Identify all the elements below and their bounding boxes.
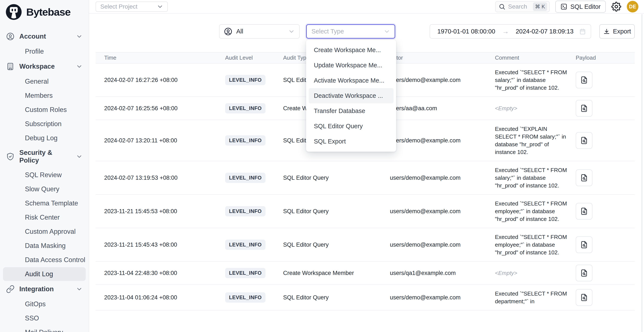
logo-text: Bytebase (26, 6, 70, 18)
user-circle-icon (6, 32, 14, 41)
download-icon (603, 28, 610, 35)
cell-comment: Executed `"SELECT * FROM salary;"` in da… (495, 161, 576, 194)
table-row: 2023-11-21 15:45:53 +08:00 LEVEL_INFO SQ… (96, 195, 635, 228)
select-project-dropdown[interactable]: Select Project (96, 1, 168, 12)
user-circle-icon (224, 27, 232, 36)
actor-filter-value: All (236, 28, 284, 35)
calendar-icon (579, 28, 586, 35)
chevron-down-icon (288, 28, 295, 35)
payload-view-button[interactable] (576, 265, 592, 281)
column-header-comment: Comment (495, 54, 576, 61)
cell-audit-type: SQL Editor Query (283, 174, 390, 181)
file-search-icon (580, 207, 588, 215)
sql-editor-button[interactable]: SQL Editor (555, 1, 606, 13)
sidebar-item-audit-log[interactable]: Audit Log (3, 267, 86, 281)
level-badge: LEVEL_INFO (225, 75, 266, 85)
cell-audit-level: LEVEL_INFO (225, 103, 283, 114)
chevron-down-icon (76, 153, 83, 160)
sidebar-item-gitops[interactable]: GitOps (3, 297, 86, 311)
sidebar-item-custom-approval[interactable]: Custom Approval (3, 225, 86, 238)
table-row: 2024-02-07 13:19:53 +08:00 LEVEL_INFO SQ… (96, 161, 635, 195)
type-menu-item-activate-workspace-me[interactable]: Activate Workspace Me... (309, 73, 394, 88)
cell-actor: users/demo@example.com (390, 208, 495, 215)
payload-view-button[interactable] (576, 203, 592, 220)
sidebar-item-profile[interactable]: Profile (3, 45, 86, 58)
scrollbar[interactable] (642, 14, 642, 332)
level-badge: LEVEL_INFO (225, 173, 266, 183)
cell-comment: Executed `"SELECT * FROM salary;"` in da… (495, 63, 576, 97)
sidebar-item-data-access-control[interactable]: Data Access Control (3, 253, 86, 267)
cell-audit-level: LEVEL_INFO (225, 75, 283, 85)
cell-time: 2023-11-04 22:48:30 +08:00 (104, 270, 225, 276)
payload-view-button[interactable] (576, 236, 592, 253)
date-range-picker[interactable]: 1970-01-01 08:00:00 → 2024-02-07 18:09:1… (430, 24, 591, 39)
gear-icon[interactable] (611, 2, 621, 11)
cell-payload (576, 233, 635, 256)
cell-time: 2023-11-21 15:45:43 +08:00 (104, 241, 225, 248)
type-menu-item-deactivate-workspace[interactable]: Deactivate Workspace ... (309, 88, 394, 103)
sql-editor-label: SQL Editor (570, 3, 600, 10)
payload-view-button[interactable] (576, 289, 592, 306)
column-header-audit-level: Audit Level (225, 54, 283, 61)
sidebar-item-custom-roles[interactable]: Custom Roles (3, 103, 86, 117)
file-search-icon (580, 173, 588, 182)
type-menu-item-transfer-database[interactable]: Transfer Database (309, 103, 394, 119)
export-button[interactable]: Export (599, 24, 635, 39)
type-menu-item-sql-export[interactable]: SQL Export (309, 134, 394, 149)
sidebar-item-general[interactable]: General (3, 75, 86, 88)
bytebase-logo[interactable]: Bytebase (0, 0, 89, 23)
cell-payload (576, 166, 635, 189)
type-filter-dropdown[interactable]: Select Type (306, 24, 395, 39)
column-header-time: Time (104, 54, 225, 61)
level-badge: LEVEL_INFO (225, 103, 266, 114)
sidebar-item-sql-review[interactable]: SQL Review (3, 168, 86, 182)
cell-time: 2023-11-21 15:45:53 +08:00 (104, 208, 225, 215)
sidebar-item-mail-delivery[interactable]: Mail Delivery (3, 326, 86, 332)
building-icon (6, 62, 14, 71)
payload-view-button[interactable] (576, 72, 592, 88)
file-search-icon (580, 293, 588, 302)
cell-actor: users/aa@aa.com (390, 105, 495, 112)
cell-audit-type: SQL Editor Query (283, 294, 390, 301)
sidebar-item-schema-template[interactable]: Schema Template (3, 196, 86, 210)
sidebar-group-security-policy[interactable]: Security & Policy (3, 146, 86, 168)
sidebar-item-subscription[interactable]: Subscription (3, 117, 86, 131)
sidebar-item-sso[interactable]: SSO (3, 312, 86, 325)
sidebar-item-data-masking[interactable]: Data Masking (3, 239, 86, 253)
search-input[interactable]: Search ⌘ K (495, 1, 550, 12)
type-menu-item-update-workspace-me[interactable]: Update Workspace Me... (309, 58, 394, 73)
cell-audit-level: LEVEL_INFO (225, 173, 283, 183)
cell-actor: users/demo@example.com (390, 174, 495, 181)
cell-time: 2024-02-07 13:20:11 +08:00 (104, 137, 225, 144)
payload-view-button[interactable] (576, 169, 592, 186)
sidebar-item-members[interactable]: Members (3, 89, 86, 103)
export-label: Export (613, 28, 631, 35)
sidebar-group-integration[interactable]: Integration (3, 281, 86, 297)
bytebase-logo-icon (5, 3, 22, 20)
cell-payload (576, 97, 635, 120)
user-avatar[interactable]: DE (627, 1, 638, 12)
bytebase-app: Bytebase Account Profile Workspace Gener… (0, 0, 644, 332)
table-row: 2023-11-21 15:45:43 +08:00 LEVEL_INFO SQ… (96, 228, 635, 262)
sidebar-item-slow-query[interactable]: Slow Query (3, 182, 86, 196)
cell-time: 2024-02-07 16:27:26 +08:00 (104, 77, 225, 83)
level-badge: LEVEL_INFO (225, 268, 266, 278)
cell-actor: users/demo@example.com (390, 294, 495, 301)
payload-view-button[interactable] (576, 100, 592, 117)
actor-filter-dropdown[interactable]: All (219, 24, 300, 39)
type-menu-item-sql-editor-query[interactable]: SQL Editor Query (309, 119, 394, 134)
sidebar-item-risk-center[interactable]: Risk Center (3, 211, 86, 224)
table-row: 2023-11-04 01:06:24 +08:00 LEVEL_INFO SQ… (96, 285, 635, 311)
chevron-down-icon (76, 63, 83, 70)
level-badge: LEVEL_INFO (225, 135, 266, 146)
file-search-icon (580, 76, 588, 84)
type-menu-item-create-workspace-me[interactable]: Create Workspace Me... (309, 42, 394, 58)
sidebar-group-account[interactable]: Account (3, 29, 86, 44)
payload-view-button[interactable] (576, 132, 592, 149)
level-badge: LEVEL_INFO (225, 292, 266, 303)
sidebar-item-debug-log[interactable]: Debug Log (3, 131, 86, 145)
cell-comment: <Empty> (495, 104, 576, 112)
cell-payload (576, 200, 635, 223)
cell-payload (576, 262, 635, 284)
sidebar-group-workspace[interactable]: Workspace (3, 59, 86, 74)
